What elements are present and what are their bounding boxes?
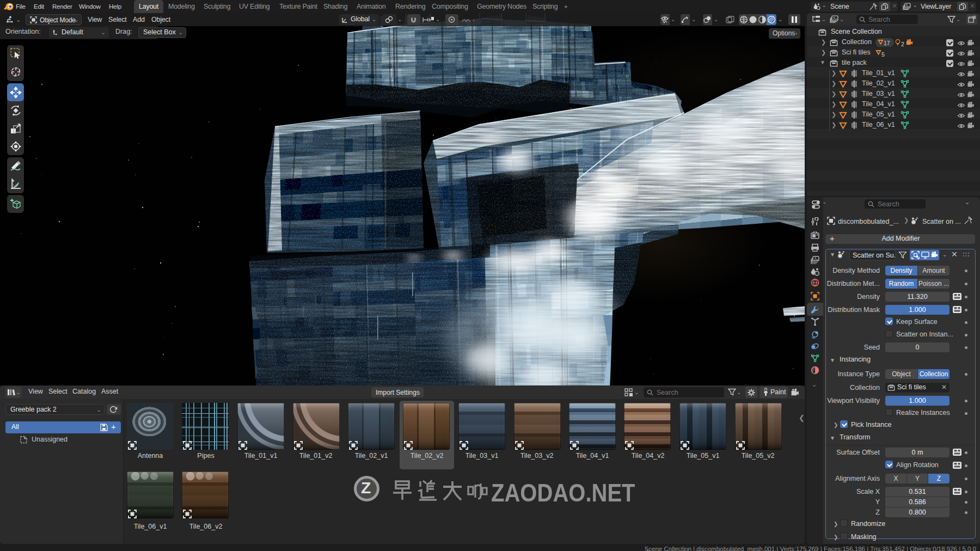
svg-text:❮: ❮ bbox=[799, 74, 805, 81]
